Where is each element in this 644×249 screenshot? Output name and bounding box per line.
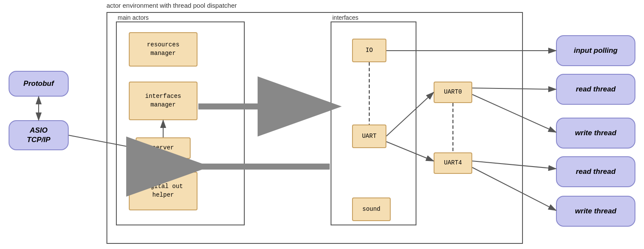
uart0-node: UART0 — [434, 82, 472, 103]
uart4-node: UART4 — [434, 152, 472, 174]
write-thread-1-node: write thread — [556, 118, 635, 149]
sound-node: sound — [352, 197, 391, 221]
protobuf-node: Protobuf — [9, 71, 69, 97]
write-thread-2-node: write thread — [556, 196, 635, 227]
resources-manager-node: resources manager — [129, 32, 197, 67]
io-node: IO — [352, 39, 386, 62]
uart-node: UART — [352, 125, 386, 148]
read-thread-2-node: read thread — [556, 156, 635, 187]
interfaces-label: interfaces — [332, 14, 358, 21]
input-polling-node: input polling — [556, 35, 635, 66]
server-node: server — [136, 137, 191, 159]
interfaces-manager-node: interfaces manager — [129, 82, 197, 120]
main-actors-label: main actors — [118, 14, 149, 21]
diagram-container: { "diagram": { "env_label": "actor envir… — [0, 0, 644, 249]
asio-node: ASIO TCP/IP — [9, 120, 69, 150]
read-thread-1-node: read thread — [556, 74, 635, 105]
digital-out-helper-node: digital out helper — [129, 172, 197, 210]
env-label: actor environment with thread pool dispa… — [106, 2, 237, 9]
